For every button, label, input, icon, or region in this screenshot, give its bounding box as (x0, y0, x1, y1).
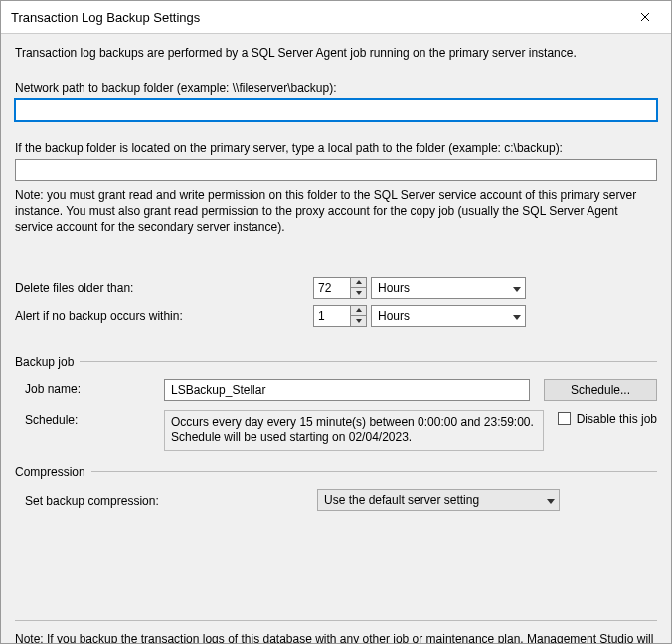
spinner-up-icon[interactable] (351, 278, 366, 289)
chevron-down-icon (513, 309, 521, 323)
window-title: Transaction Log Backup Settings (11, 10, 200, 25)
schedule-button[interactable]: Schedule... (544, 379, 657, 401)
spinner-down-icon[interactable] (351, 288, 366, 298)
compression-value: Use the default server setting (324, 493, 479, 507)
compression-select[interactable]: Use the default server setting (317, 489, 560, 511)
delete-files-label: Delete files older than: (15, 281, 313, 295)
alert-no-backup-unit-select[interactable]: Hours (371, 305, 526, 327)
intro-text: Transaction log backups are performed by… (15, 46, 657, 60)
local-path-label: If the backup folder is located on the p… (15, 141, 657, 155)
disable-job-label: Disable this job (577, 412, 657, 426)
chevron-down-icon (513, 281, 521, 295)
delete-files-value[interactable] (314, 278, 350, 298)
alert-no-backup-label: Alert if no backup occurs within: (15, 309, 313, 323)
network-path-input[interactable] (15, 99, 657, 121)
spinner-down-icon[interactable] (351, 316, 366, 326)
backup-job-legend: Backup job (15, 355, 657, 369)
delete-files-unit-value: Hours (378, 281, 410, 295)
alert-no-backup-unit-value: Hours (378, 309, 410, 323)
chevron-down-icon (547, 493, 555, 507)
permission-note: Note: you must grant read and write perm… (15, 187, 657, 236)
title-bar: Transaction Log Backup Settings (1, 1, 671, 34)
job-name-label: Job name: (25, 379, 164, 396)
close-icon (640, 12, 650, 22)
network-path-label: Network path to backup folder (example: … (15, 81, 657, 95)
schedule-description: Occurs every day every 15 minute(s) betw… (164, 410, 544, 451)
schedule-label: Schedule: (25, 410, 164, 427)
alert-no-backup-value[interactable] (314, 306, 350, 326)
close-button[interactable] (629, 7, 661, 27)
local-path-input[interactable] (15, 159, 657, 181)
delete-files-unit-select[interactable]: Hours (371, 277, 526, 299)
disable-job-checkbox[interactable] (558, 412, 571, 425)
spinner-up-icon[interactable] (351, 306, 366, 317)
job-name-input[interactable] (164, 379, 530, 401)
alert-no-backup-spinner[interactable] (313, 305, 367, 327)
compression-label: Set backup compression: (25, 491, 313, 508)
bottom-note: Note: If you backup the transaction logs… (15, 631, 657, 644)
delete-files-spinner[interactable] (313, 277, 367, 299)
compression-legend: Compression (15, 465, 657, 479)
divider (15, 620, 657, 621)
